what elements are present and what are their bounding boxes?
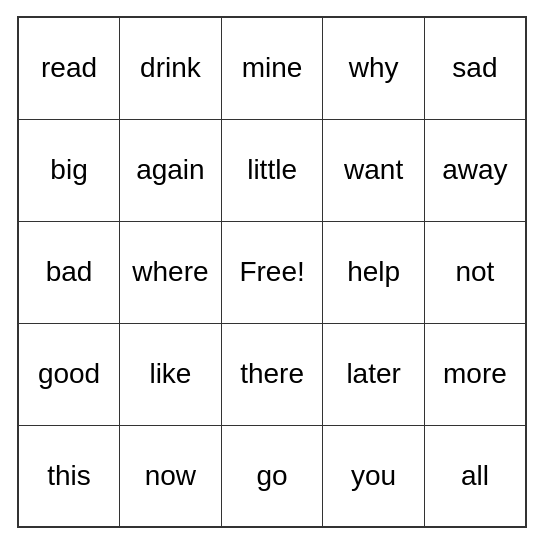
cell-2-3: help — [323, 221, 425, 323]
cell-1-0: big — [18, 119, 120, 221]
cell-1-2: little — [221, 119, 323, 221]
cell-0-0: read — [18, 17, 120, 119]
cell-2-0: bad — [18, 221, 120, 323]
cell-0-4: sad — [424, 17, 526, 119]
cell-3-1: like — [120, 323, 222, 425]
cell-1-4: away — [424, 119, 526, 221]
cell-4-3: you — [323, 425, 425, 527]
cell-4-2: go — [221, 425, 323, 527]
cell-1-1: again — [120, 119, 222, 221]
cell-2-4: not — [424, 221, 526, 323]
cell-2-1: where — [120, 221, 222, 323]
cell-0-2: mine — [221, 17, 323, 119]
cell-0-3: why — [323, 17, 425, 119]
cell-1-3: want — [323, 119, 425, 221]
cell-0-1: drink — [120, 17, 222, 119]
cell-4-0: this — [18, 425, 120, 527]
cell-3-2: there — [221, 323, 323, 425]
cell-4-4: all — [424, 425, 526, 527]
cell-3-4: more — [424, 323, 526, 425]
cell-2-2: Free! — [221, 221, 323, 323]
bingo-board: readdrinkminewhysadbigagainlittlewantawa… — [17, 16, 527, 528]
cell-3-0: good — [18, 323, 120, 425]
cell-3-3: later — [323, 323, 425, 425]
cell-4-1: now — [120, 425, 222, 527]
